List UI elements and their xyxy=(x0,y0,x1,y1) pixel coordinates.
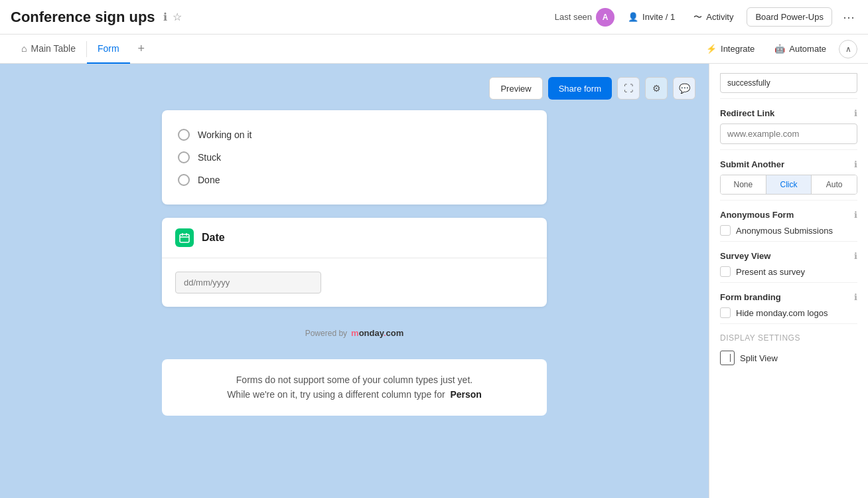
header-actions: Last seen A 👤 Invite / 1 〜 Activity Boar… xyxy=(555,7,857,27)
radio-circle-stuck[interactable] xyxy=(178,151,190,163)
radio-option-working: Working on it xyxy=(178,124,531,146)
anonymous-submissions-label: Anonymous Submissions xyxy=(736,226,833,236)
expand-button[interactable]: ⛶ xyxy=(617,77,640,100)
radio-label-stuck: Stuck xyxy=(198,152,221,163)
anonymous-submissions-row: Anonymous Submissions xyxy=(720,225,857,236)
home-icon: ⌂ xyxy=(21,43,27,54)
redirect-link-title: Redirect Link xyxy=(720,108,774,118)
redirect-link-header: Redirect Link ℹ xyxy=(720,108,857,118)
radio-label-done: Done xyxy=(198,175,220,185)
present-as-survey-label: Present as survey xyxy=(736,267,805,277)
invite-label: Invite / 1 xyxy=(642,12,675,22)
svg-rect-0 xyxy=(180,234,189,242)
split-view-row: Split View xyxy=(720,351,857,365)
last-seen-label: Last seen xyxy=(555,12,592,22)
submit-another-section: Submit Another ℹ None Click Auto xyxy=(720,150,857,201)
submit-option-click[interactable]: Click xyxy=(766,175,812,194)
share-form-button[interactable]: Share form xyxy=(548,77,612,100)
chevron-up-icon: ∧ xyxy=(845,44,851,54)
chat-icon: 💬 xyxy=(679,83,690,94)
anonymous-form-header: Anonymous Form ℹ xyxy=(720,210,857,220)
person-icon: 👤 xyxy=(628,12,638,22)
form-branding-info-icon[interactable]: ℹ xyxy=(854,292,857,302)
powered-by-text: Powered by xyxy=(305,329,347,338)
radio-circle-done[interactable] xyxy=(178,174,190,186)
avatar: A xyxy=(596,8,615,27)
radio-label-working: Working on it xyxy=(198,129,252,140)
automate-button[interactable]: 🤖 Automate xyxy=(767,41,833,57)
tab-bar-actions: ⚡ Integrate 🤖 Automate ∧ xyxy=(699,40,857,58)
date-input[interactable] xyxy=(175,272,321,293)
unsupported-line2: While we're on it, try using a different… xyxy=(178,387,531,402)
anonymous-form-section: Anonymous Form ℹ Anonymous Submissions xyxy=(720,201,857,242)
preview-label: Preview xyxy=(500,84,531,94)
right-panel: Redirect Link ℹ Submit Another ℹ None Cl… xyxy=(709,64,868,498)
survey-view-header: Survey View ℹ xyxy=(720,251,857,261)
main-table-label: Main Table xyxy=(31,43,75,54)
present-as-survey-checkbox[interactable] xyxy=(720,266,731,277)
info-icon[interactable]: ℹ xyxy=(163,11,167,23)
settings-button[interactable]: ⚙ xyxy=(645,77,668,100)
radio-circle-working[interactable] xyxy=(178,129,190,141)
form-label: Form xyxy=(98,43,119,54)
form-branding-section: Form branding ℹ Hide monday.com logos xyxy=(720,283,857,324)
anonymous-submissions-checkbox[interactable] xyxy=(720,225,731,236)
display-settings-title: Display Settings xyxy=(720,333,857,343)
submit-option-auto[interactable]: Auto xyxy=(812,175,857,194)
integrate-button[interactable]: ⚡ Integrate xyxy=(699,41,762,57)
unsupported-line1: Forms do not support some of your column… xyxy=(178,373,531,387)
date-card-header: Date xyxy=(162,218,547,258)
activity-label: Activity xyxy=(706,12,733,22)
form-card-container: Working on it Stuck Done xyxy=(162,110,547,416)
date-card-body xyxy=(162,258,547,307)
top-header: Conference sign ups ℹ ☆ Last seen A 👤 In… xyxy=(0,0,868,35)
radio-option-done: Done xyxy=(178,169,531,191)
success-text-input[interactable] xyxy=(720,73,857,93)
gear-icon: ⚙ xyxy=(652,83,661,94)
more-button[interactable]: ⋯ xyxy=(840,7,857,27)
last-seen: Last seen A xyxy=(555,8,615,27)
hide-logos-label: Hide monday.com logos xyxy=(736,308,828,318)
preview-button[interactable]: Preview xyxy=(489,77,542,100)
form-canvas: Preview Share form ⛶ ⚙ 💬 Working on it xyxy=(0,64,709,498)
invite-button[interactable]: 👤 Invite / 1 xyxy=(622,9,680,25)
automate-icon: 🤖 xyxy=(774,44,785,54)
radio-option-stuck: Stuck xyxy=(178,146,531,169)
submit-option-none[interactable]: None xyxy=(721,175,766,194)
hide-logos-row: Hide monday.com logos xyxy=(720,307,857,318)
submit-another-info-icon[interactable]: ℹ xyxy=(854,159,857,169)
monday-logo: monday.com xyxy=(351,328,403,338)
board-powerups-label: Board Power-Ups xyxy=(755,12,824,22)
header-icons: ℹ ☆ xyxy=(163,11,182,23)
redirect-info-icon[interactable]: ℹ xyxy=(854,108,857,118)
present-as-survey-row: Present as survey xyxy=(720,266,857,277)
display-settings-section: Display Settings Split View xyxy=(720,324,857,371)
star-icon[interactable]: ☆ xyxy=(173,11,182,23)
unsupported-card: Forms do not support some of your column… xyxy=(162,359,547,416)
redirect-link-input[interactable] xyxy=(720,124,857,144)
date-card: Date xyxy=(162,218,547,307)
collapse-button[interactable]: ∧ xyxy=(839,40,857,58)
tab-form[interactable]: Form xyxy=(87,35,130,64)
powered-by: Powered by monday.com xyxy=(162,320,547,346)
board-powerups-button[interactable]: Board Power-Ups xyxy=(747,7,832,27)
date-icon xyxy=(175,228,194,247)
radio-options-card: Working on it Stuck Done xyxy=(162,110,547,205)
survey-view-section: Survey View ℹ Present as survey xyxy=(720,242,857,283)
survey-view-info-icon[interactable]: ℹ xyxy=(854,251,857,261)
activity-icon: 〜 xyxy=(693,11,702,23)
integrate-icon: ⚡ xyxy=(706,44,717,54)
tab-main-table[interactable]: ⌂ Main Table xyxy=(11,35,86,64)
expand-icon: ⛶ xyxy=(624,83,633,94)
submit-another-header: Submit Another ℹ xyxy=(720,159,857,169)
main-content: Preview Share form ⛶ ⚙ 💬 Working on it xyxy=(0,64,868,498)
page-title: Conference sign ups xyxy=(11,9,155,26)
share-form-label: Share form xyxy=(559,84,601,94)
activity-button[interactable]: 〜 Activity xyxy=(688,9,739,26)
date-label: Date xyxy=(202,232,225,244)
feedback-button[interactable]: 💬 xyxy=(673,77,695,100)
hide-logos-checkbox[interactable] xyxy=(720,307,731,318)
tab-add-button[interactable]: + xyxy=(130,35,153,64)
anonymous-form-info-icon[interactable]: ℹ xyxy=(854,210,857,220)
submit-another-options: None Click Auto xyxy=(720,175,857,195)
